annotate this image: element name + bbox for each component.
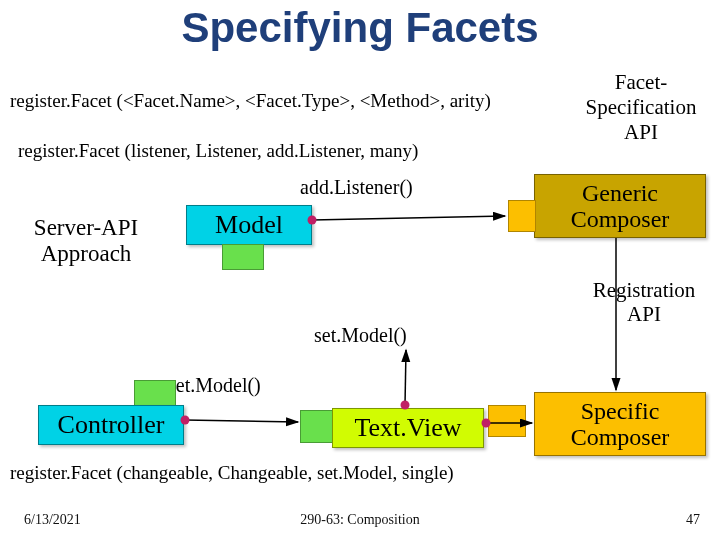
set-model-left-label: set.Model()	[168, 374, 261, 397]
controller-box: Controller	[38, 405, 184, 445]
model-box: Model	[186, 205, 312, 245]
footer-page-number: 47	[686, 512, 700, 528]
server-api-approach-label: Server-API Approach	[16, 215, 156, 268]
textview-box: Text.View	[332, 408, 484, 448]
generic-composer-port-stub	[508, 200, 536, 232]
textview-right-port-stub	[488, 405, 526, 437]
controller-port-stub	[134, 380, 176, 406]
set-model-right-label: set.Model()	[314, 324, 407, 347]
svg-line-2	[405, 350, 406, 405]
svg-line-1	[312, 216, 505, 220]
add-listener-label: add.Listener()	[300, 176, 413, 199]
generic-composer-box: Generic Composer	[534, 174, 706, 238]
footer-center-text: 290-63: Composition	[0, 512, 720, 528]
textview-left-port-stub	[300, 410, 334, 443]
api-example-changeable: register.Facet (changeable, Changeable, …	[10, 462, 454, 484]
specific-composer-box: Specific Composer	[534, 392, 706, 456]
api-signature-text: register.Facet (<Facet.Name>, <Facet.Typ…	[10, 90, 491, 112]
slide-title: Specifying Facets	[0, 4, 720, 52]
model-port-stub	[222, 244, 264, 270]
registration-api-label: Registration API	[574, 278, 714, 326]
svg-line-3	[185, 420, 298, 422]
api-example-listener: register.Facet (listener, Listener, add.…	[18, 140, 418, 162]
facet-spec-api-label: Facet- Specification API	[566, 70, 716, 145]
